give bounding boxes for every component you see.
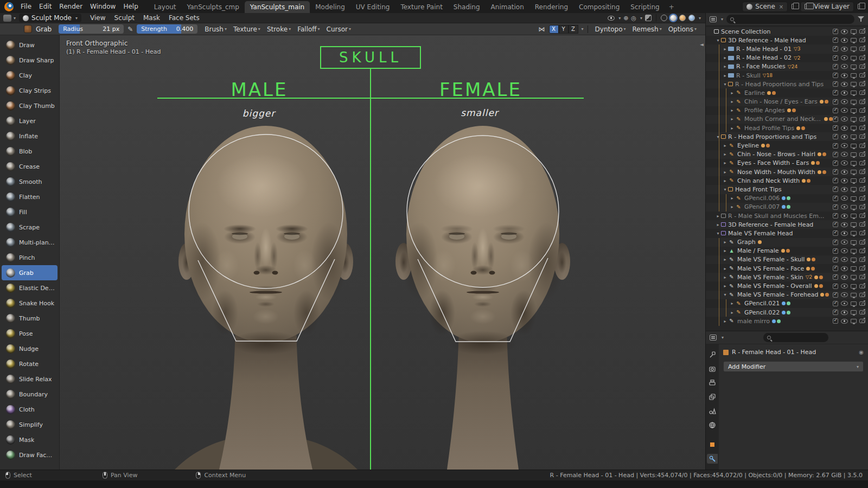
viewport-menu-mask[interactable]: Mask	[139, 14, 164, 22]
hide-eye-icon[interactable]	[841, 117, 848, 121]
hide-eye-icon[interactable]	[841, 38, 848, 43]
checkbox-icon[interactable]	[833, 73, 838, 78]
disable-viewport-icon[interactable]	[851, 152, 857, 157]
expand-arrow[interactable]: ▸	[729, 126, 735, 131]
checkbox-icon[interactable]	[833, 230, 838, 236]
disable-render-icon[interactable]	[859, 47, 865, 51]
disable-render-icon[interactable]	[859, 170, 865, 174]
outliner-row[interactable]: ▸R - Face Muscles▽24	[706, 62, 868, 71]
expand-arrow[interactable]: ▾	[722, 82, 728, 87]
checkbox-icon[interactable]	[833, 257, 838, 262]
expand-arrow[interactable]: ▸	[729, 99, 735, 104]
disable-viewport-icon[interactable]	[851, 126, 857, 130]
pin-icon[interactable]: ◉	[859, 349, 864, 355]
tool-layer[interactable]: Layer	[2, 113, 58, 129]
disable-viewport-icon[interactable]	[851, 117, 857, 121]
disable-render-icon[interactable]	[859, 187, 865, 191]
expand-arrow[interactable]: ▸	[722, 55, 728, 60]
unlink-scene-icon[interactable]: ×	[779, 4, 783, 10]
properties-tab-output[interactable]	[707, 378, 718, 388]
hide-eye-icon[interactable]	[841, 73, 848, 78]
symmetry-y-toggle[interactable]: Y	[559, 25, 569, 34]
disable-viewport-icon[interactable]	[851, 178, 857, 183]
outliner-row[interactable]: ▸R - Skull▽18	[706, 71, 868, 80]
disable-render-icon[interactable]	[859, 240, 865, 245]
disable-render-icon[interactable]	[859, 65, 865, 69]
tool-fill[interactable]: Fill	[2, 204, 58, 220]
expand-arrow[interactable]: ▸	[729, 204, 735, 209]
disable-viewport-icon[interactable]	[851, 82, 857, 86]
disable-render-icon[interactable]	[859, 29, 865, 34]
workspace-tab-yansculpts-cmp[interactable]: YanSculpts_cmp	[182, 1, 245, 13]
expand-arrow[interactable]: ▸	[722, 257, 728, 262]
outliner-row[interactable]: ▾✎Male VS Female - Forehead	[706, 291, 868, 299]
hide-eye-icon[interactable]	[841, 187, 848, 192]
disable-viewport-icon[interactable]	[851, 196, 857, 201]
female-head-sculpt[interactable]	[390, 126, 577, 470]
hide-eye-icon[interactable]	[841, 99, 848, 104]
disable-viewport-icon[interactable]	[851, 187, 857, 191]
disable-viewport-icon[interactable]	[851, 205, 857, 209]
tool-simplify[interactable]: Simplify	[2, 417, 58, 432]
disable-render-icon[interactable]	[859, 231, 865, 235]
hide-eye-icon[interactable]	[841, 178, 848, 183]
disable-viewport-icon[interactable]	[851, 310, 857, 314]
disable-render-icon[interactable]	[859, 310, 865, 314]
checkbox-icon[interactable]	[833, 240, 838, 245]
expand-arrow[interactable]: ▾	[715, 38, 721, 43]
properties-tab-viewlayer[interactable]	[707, 392, 718, 402]
workspace-tab-animation[interactable]: Animation	[486, 1, 529, 13]
checkbox-icon[interactable]	[833, 204, 838, 210]
hide-eye-icon[interactable]	[841, 91, 848, 95]
shading-wireframe-icon[interactable]	[661, 15, 667, 21]
tool-pinch[interactable]: Pinch	[2, 250, 58, 265]
hide-eye-icon[interactable]	[841, 257, 848, 262]
outliner-row[interactable]: ▸✎Chin - Nose - Brows - Hairl	[706, 150, 868, 159]
disable-viewport-icon[interactable]	[851, 29, 857, 34]
disable-render-icon[interactable]	[859, 152, 865, 157]
disable-render-icon[interactable]	[859, 117, 865, 121]
disable-viewport-icon[interactable]	[851, 222, 857, 227]
checkbox-icon[interactable]	[833, 55, 838, 61]
expand-arrow[interactable]: ▸	[722, 275, 728, 280]
checkbox-icon[interactable]	[833, 310, 838, 315]
checkbox-icon[interactable]	[833, 284, 838, 289]
menu-file[interactable]: File	[17, 3, 35, 10]
dropdown-options[interactable]: Options▾	[665, 25, 700, 33]
expand-arrow[interactable]: ▸	[722, 152, 728, 157]
blender-logo-icon[interactable]	[4, 2, 14, 11]
outliner-row[interactable]: ▾R - Head Proportions and Tips	[706, 132, 868, 141]
workspace-tab-modeling[interactable]: Modeling	[310, 1, 350, 13]
tool-flatten[interactable]: Flatten	[2, 189, 58, 204]
symmetry-x-toggle[interactable]: X	[549, 25, 559, 34]
properties-tab-world[interactable]	[707, 420, 718, 430]
outliner-row[interactable]: ▸✎Graph	[706, 238, 868, 247]
editor-type-icon[interactable]	[3, 15, 11, 22]
outliner-row[interactable]: ▸✎Male VS Female - Skin▽2	[706, 273, 868, 281]
expand-arrow[interactable]: ▸	[722, 248, 728, 253]
properties-search-input[interactable]	[774, 334, 825, 341]
disable-render-icon[interactable]	[859, 56, 865, 60]
properties-tab-object[interactable]	[707, 440, 718, 450]
expand-arrow[interactable]: ▸	[722, 240, 728, 245]
checkbox-icon[interactable]	[833, 301, 838, 306]
properties-tab-modifier[interactable]	[707, 454, 718, 464]
expand-arrow[interactable]: ▾	[715, 134, 721, 139]
outliner-row[interactable]: ▸✎Chin and Neck Width	[706, 176, 868, 185]
expand-arrow[interactable]: ▸	[715, 222, 721, 227]
hide-eye-icon[interactable]	[841, 301, 848, 306]
menu-help[interactable]: Help	[119, 3, 142, 10]
shading-options-chevron-icon[interactable]: ▾	[699, 16, 701, 21]
outliner-row[interactable]: ▸✎Male VS Female - Overall	[706, 281, 868, 290]
disable-render-icon[interactable]	[859, 38, 865, 42]
add-modifier-button[interactable]: Add Modifier ▾	[723, 361, 864, 372]
disable-render-icon[interactable]	[859, 196, 865, 201]
disable-viewport-icon[interactable]	[851, 240, 857, 245]
properties-editor-icon[interactable]	[710, 335, 717, 341]
tool-mask[interactable]: Mask	[2, 432, 58, 447]
hide-eye-icon[interactable]	[841, 275, 848, 280]
checkbox-icon[interactable]	[833, 99, 838, 105]
new-scene-icon[interactable]	[792, 4, 796, 9]
outliner-row[interactable]: ▸✎GPencil.006	[706, 194, 868, 203]
disable-viewport-icon[interactable]	[851, 134, 857, 139]
